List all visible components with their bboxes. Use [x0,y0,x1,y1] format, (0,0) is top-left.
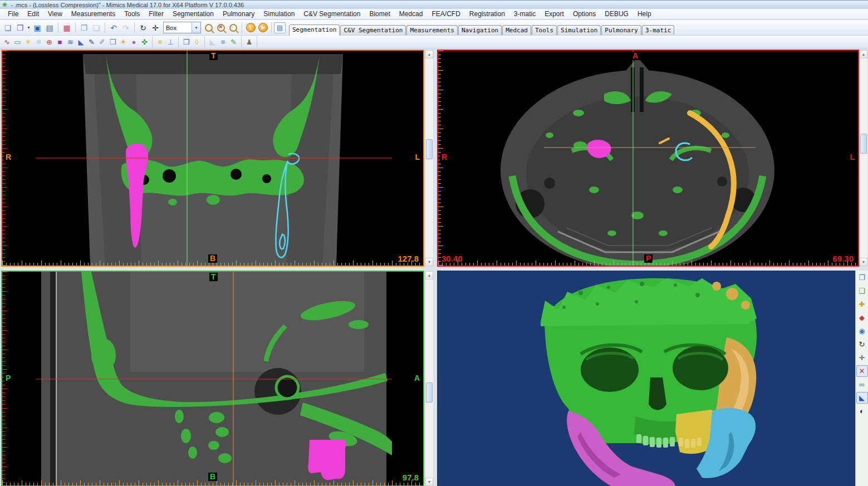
ribbon-tab[interactable]: Measurements [406,25,457,35]
menu-item[interactable]: Help [633,9,656,18]
menu-item[interactable]: Filter [144,9,168,18]
scroll-down-icon[interactable]: ▼ [860,258,867,266]
axial-view-image[interactable] [438,51,858,266]
scroll-up-icon[interactable]: ▲ [860,50,867,58]
combobox-caret-icon[interactable]: ▾ [192,22,200,33]
save-project-icon[interactable]: ▣ [31,22,43,33]
draw-pen-icon[interactable]: ✎ [86,37,97,47]
menu-item[interactable]: Pulmonary [218,9,259,18]
menu-item[interactable]: Measurements [67,9,120,18]
ribbon-tab[interactable]: C&V Segmentation [340,25,406,35]
menu-item[interactable]: C&V Segmentation [299,9,365,18]
zoom-mode-combobox[interactable]: Box ▾ [163,22,201,33]
ribbon-tab[interactable]: Tools [532,25,557,35]
menu-item[interactable]: Options [568,9,600,18]
ribbon-tab[interactable]: Segmentation [289,24,340,36]
redo-icon[interactable]: ↷ [120,22,132,33]
scrollbar-thumb[interactable] [426,139,433,159]
menu-item[interactable]: Registration [465,9,509,18]
menu-item[interactable]: Segmentation [168,9,218,18]
morphology-operations-icon[interactable]: ☀ [118,37,129,47]
chart-axes-icon[interactable]: ◣ [856,392,868,404]
smooth-mask-icon[interactable]: ● [129,37,139,47]
mask-to-part-icon[interactable]: ❒ [181,37,192,47]
open-project-icon[interactable]: ❐ [14,22,26,33]
calculate-3d-icon[interactable]: ≡ [155,37,165,47]
scroll-down-icon[interactable]: ▼ [425,478,433,486]
view-layers-icon[interactable]: ❐ [856,272,868,283]
ribbon-tab[interactable]: Navigation [458,25,502,35]
crop-mask-icon[interactable]: ✜ [139,37,150,47]
label-tag-icon[interactable]: ◊ [192,37,202,47]
menu-item[interactable]: Export [540,9,568,18]
fill-cavity-icon[interactable]: ◣ [207,37,218,47]
region-growing-icon[interactable]: ✳ [23,37,33,47]
print-icon[interactable]: ▤ [43,22,56,33]
cube-view-icon[interactable]: ❑ [856,285,868,297]
menu-item[interactable]: 3-matic [509,9,540,18]
new-project-icon[interactable]: ❏ [2,22,14,33]
axial-viewport[interactable]: A R L P 30.40 69.30 [437,50,859,267]
split-mask-icon[interactable]: ⊕ [44,37,55,47]
pan-view-icon[interactable]: ✛ [149,22,161,33]
update-3d-icon[interactable]: ≡ [218,37,228,47]
threed-render-image[interactable] [437,271,855,486]
multiple-slice-edit-icon[interactable]: ≋ [65,37,76,47]
paste-icon[interactable]: ❑ [90,22,102,33]
menu-item[interactable]: Edit [23,9,43,18]
edit-masks-icon[interactable]: ■ [55,37,65,47]
menu-item[interactable]: Simulation [259,9,299,18]
ribbon-tab[interactable]: Simulation [557,25,601,35]
ribbon-tab[interactable]: 3-matic [642,25,674,35]
stereo-glasses-icon[interactable]: ∞ [856,379,868,390]
sagittal-scrollbar[interactable]: ▲ ▼ [425,271,434,486]
ribbon-tab[interactable]: Pulmonary [601,25,641,35]
zoom-in-icon[interactable] [203,22,215,33]
scroll-up-icon[interactable]: ▲ [425,50,433,58]
coronal-scrollbar[interactable]: ▲ ▼ [425,50,434,267]
ribbon-tab[interactable]: Medcad [502,25,531,35]
copy-icon[interactable]: ❐ [78,22,90,33]
open-dropdown-caret-icon[interactable]: ▾ [26,22,31,33]
axial-scrollbar[interactable]: ▲ ▼ [859,50,868,267]
registration-cross-icon[interactable]: ✚ [856,298,868,310]
coronal-viewport[interactable]: T R L B 127.8 [1,50,424,267]
anatomy-reconstruction-icon[interactable]: ♟ [244,37,254,47]
orientation-pyramid-icon[interactable]: ◆ [856,312,868,323]
pan-3d-icon[interactable]: ✛ [856,352,868,364]
zoom-box-icon[interactable]: ▫ [227,22,239,33]
menu-item[interactable]: Tools [120,9,144,18]
edit-mask-3d-icon[interactable]: ❒ [107,37,118,47]
axes-indicator-icon[interactable]: ✕ [856,365,868,377]
panel-layout-icon[interactable]: ▤ [274,22,286,33]
scrollbar-thumb[interactable] [860,134,867,154]
bucket-fill-icon[interactable]: ◣ [76,37,86,47]
threed-viewport[interactable] [437,271,855,486]
menu-item[interactable]: Biomet [365,9,394,18]
context-help-icon[interactable]: ➤ [257,22,269,33]
menu-item[interactable]: Medcad [395,9,428,18]
scrollbar-thumb[interactable] [426,382,433,402]
erase-pencil-icon[interactable]: ✐ [97,37,107,47]
coronal-view-image[interactable] [2,51,423,266]
info-icon[interactable]: i [244,22,257,33]
menu-item[interactable]: View [43,9,67,18]
menu-item[interactable]: FEA/CFD [427,9,464,18]
menu-item[interactable]: File [3,9,23,18]
contrast-icon[interactable]: ◐ [856,405,868,417]
scroll-down-icon[interactable]: ▼ [425,258,433,266]
menu-item[interactable]: DEBUG [600,9,633,18]
calculate-part-icon[interactable]: ⊥ [165,37,176,47]
visibility-eye-icon[interactable]: ◉ [856,325,868,337]
sagittal-viewport[interactable]: T P A B 97.8 [1,271,424,486]
edit-3d-pencil-icon[interactable]: ✎ [228,37,239,47]
sagittal-view-image[interactable] [2,272,423,485]
crop-rectangle-icon[interactable]: ▭ [12,37,23,47]
project-management-icon[interactable]: ▦ [61,22,73,33]
undo-icon[interactable]: ↶ [107,22,120,33]
rotate-3d-icon[interactable]: ↻ [856,338,868,350]
thresholding-icon[interactable]: ∿ [2,37,12,47]
dynamic-region-growing-icon[interactable]: ❄ [33,37,44,47]
unzoom-icon[interactable]: ✕ [215,22,227,33]
scroll-up-icon[interactable]: ▲ [425,271,433,279]
